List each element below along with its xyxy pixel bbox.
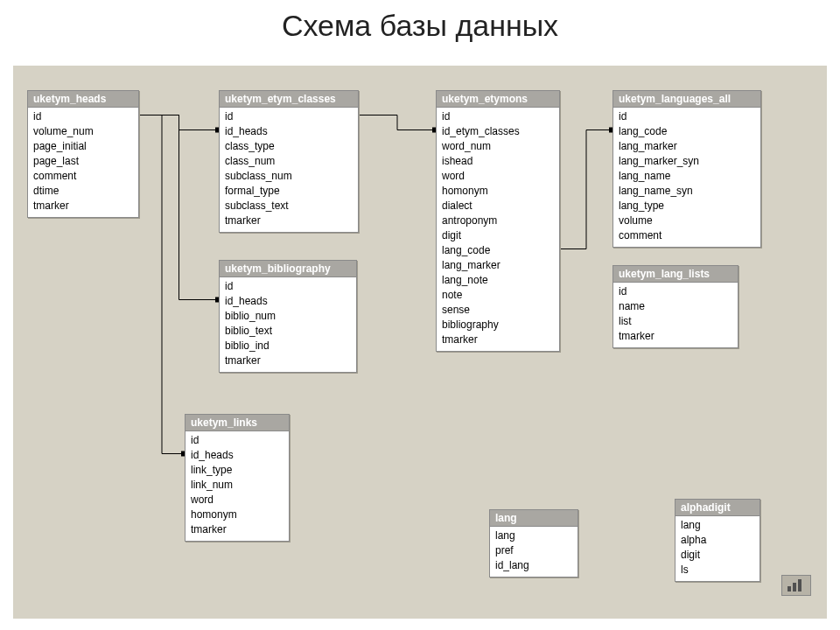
field: link_type [191,463,284,478]
field: word [191,493,284,508]
field: bibliography [442,318,554,332]
field: volume [619,214,755,228]
entity-alphadigit[interactable]: alphadigit lang alpha digit ls [675,499,760,582]
field: page_last [33,154,133,169]
entity-fields: lang pref id_lang [490,527,578,577]
field: volume_num [33,124,133,139]
field: lang_type [619,199,755,214]
field: id [442,109,554,124]
field: biblio_num [225,309,351,324]
field: lang [495,528,572,543]
entity-header: lang [490,510,578,527]
field: lang_code [619,124,755,139]
entity-fields: id volume_num page_initial page_last com… [28,108,138,217]
field: lang_marker_syn [619,154,755,169]
entity-uketym-heads[interactable]: uketym_heads id volume_num page_initial … [27,90,139,218]
field: list [619,314,732,329]
field: dtime [33,184,133,199]
diagram-canvas: uketym_heads id volume_num page_initial … [13,66,827,619]
entity-header: uketym_etymons [437,91,559,108]
svg-rect-6 [793,583,796,592]
entity-fields: id id_heads class_type class_num subclas… [220,108,358,232]
field: antroponym [442,214,554,228]
field: tmarker [225,354,351,368]
entity-uketym-links[interactable]: uketym_links id id_heads link_type link_… [185,414,290,542]
entity-fields: id lang_code lang_marker lang_marker_syn… [613,108,760,247]
field: lang [681,518,754,533]
field: lang_code [442,243,554,258]
field: id [619,284,732,299]
field: word [442,169,554,184]
field: ls [681,563,754,578]
field: id_heads [191,448,284,463]
field: page_initial [33,139,133,154]
field: tmarker [442,332,554,347]
field: alpha [681,533,754,548]
entity-fields: id id_heads link_type link_num word homo… [186,431,289,541]
field: class_type [225,139,353,154]
field: homonym [191,508,284,522]
field: lang_note [442,273,554,288]
field: digit [442,228,554,243]
entity-header: uketym_etym_classes [220,91,358,108]
field: comment [33,169,133,184]
field: digit [681,548,754,563]
entity-fields: lang alpha digit ls [676,516,760,581]
entity-header: alphadigit [676,500,760,516]
field: id [225,109,353,124]
field: formal_type [225,184,353,199]
page-title: Схема базы данных [0,9,840,43]
field: tmarker [619,329,732,344]
field: lang_marker [619,139,755,154]
entity-uketym-languages-all[interactable]: uketym_languages_all id lang_code lang_m… [612,90,761,248]
entity-header: uketym_links [186,415,289,431]
field: name [619,299,732,314]
svg-rect-7 [798,579,802,592]
field: homonym [442,184,554,199]
field: class_num [225,154,353,169]
field: id_heads [225,294,351,309]
field: subclass_text [225,199,353,214]
entity-uketym-bibliography[interactable]: uketym_bibliography id id_heads biblio_n… [219,260,357,373]
entity-uketym-etym-classes[interactable]: uketym_etym_classes id id_heads class_ty… [219,90,359,233]
entity-lang[interactable]: lang lang pref id_lang [489,509,578,578]
field: lang_marker [442,258,554,273]
field: lang_name [619,169,755,184]
field: dialect [442,199,554,214]
field: lang_name_syn [619,184,755,199]
entity-header: uketym_lang_lists [613,266,738,283]
field: pref [495,543,572,558]
field: biblio_text [225,324,351,339]
field: word_num [442,139,554,154]
field: id [619,109,755,124]
field: tmarker [191,522,284,537]
field: comment [619,228,755,243]
field: id [191,433,284,448]
field: biblio_ind [225,339,351,354]
entity-fields: id id_etym_classes word_num ishead word … [437,108,559,351]
field: tmarker [225,214,353,228]
field: id_lang [495,558,572,573]
entity-header: uketym_bibliography [220,261,356,277]
entity-header: uketym_heads [28,91,138,108]
svg-rect-5 [788,586,791,592]
entity-fields: id name list tmarker [613,283,738,347]
field: id [33,109,133,124]
field: id_etym_classes [442,124,554,139]
field: tmarker [33,199,133,214]
field: id [225,279,351,294]
field: ishead [442,154,554,169]
entity-uketym-lang-lists[interactable]: uketym_lang_lists id name list tmarker [612,265,738,348]
field: subclass_num [225,169,353,184]
field: sense [442,303,554,318]
watermark-button[interactable] [781,575,811,596]
chart-icon [787,578,806,592]
field: link_num [191,478,284,493]
entity-fields: id id_heads biblio_num biblio_text bibli… [220,277,356,372]
field: note [442,288,554,303]
entity-header: uketym_languages_all [613,91,760,108]
entity-uketym-etymons[interactable]: uketym_etymons id id_etym_classes word_n… [436,90,560,352]
field: id_heads [225,124,353,139]
